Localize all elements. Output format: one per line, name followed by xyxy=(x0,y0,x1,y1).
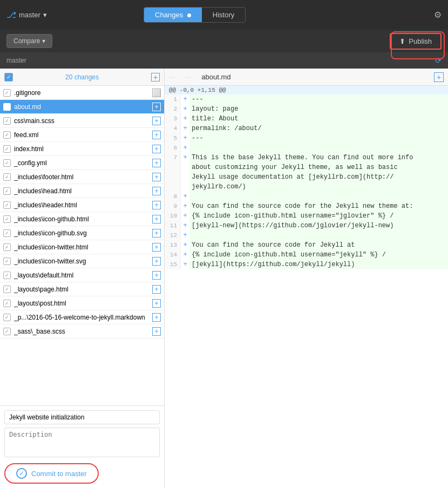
diff-line: 13 + You can find the source code for Je… xyxy=(165,240,448,250)
list-item[interactable]: ✓ _includes\icon-github.svg + xyxy=(0,226,164,240)
file-name: feed.xml xyxy=(14,131,150,139)
file-checkbox[interactable]: ✓ xyxy=(3,229,11,237)
list-item[interactable]: ✓ index.html + xyxy=(0,142,164,156)
file-checkbox[interactable]: ✓ xyxy=(3,145,11,153)
line-content xyxy=(189,192,448,201)
diff-options-btn[interactable]: ··· xyxy=(169,74,175,80)
file-checkbox[interactable]: ✓ xyxy=(3,272,11,279)
file-name: _includes\head.html xyxy=(14,187,150,195)
line-content xyxy=(189,231,448,240)
file-status-badge: + xyxy=(152,103,161,111)
list-item[interactable]: ✓ .gitignore ⬜ xyxy=(0,86,164,100)
line-indicator: + xyxy=(181,250,189,260)
list-item[interactable]: ✓ _includes\header.html + xyxy=(0,198,164,212)
list-item[interactable]: ✓ css\main.scss + xyxy=(0,114,164,128)
line-number: 3 xyxy=(165,114,181,124)
list-item[interactable]: ✓ _includes\icon-github.html + xyxy=(0,212,164,226)
diff-content[interactable]: @@ -0,0 +1,15 @@ 1 + --- 2 + layout: pag… xyxy=(165,86,448,488)
file-checkbox[interactable]: ✓ xyxy=(3,314,11,321)
branch-name: master xyxy=(19,11,40,19)
diff-line: 6 + xyxy=(165,143,448,153)
list-item[interactable]: ✓ _includes\footer.html + xyxy=(0,170,164,184)
list-item[interactable]: ✓ _layouts\default.html + xyxy=(0,268,164,282)
tab-changes[interactable]: Changes xyxy=(144,8,202,22)
line-content: {% include icon-github.html username="je… xyxy=(189,250,448,260)
file-status-badge: + xyxy=(152,215,161,223)
file-checkbox[interactable]: ✓ xyxy=(3,89,11,97)
file-status-badge: + xyxy=(152,271,161,280)
list-item[interactable]: ✓ _p...\2016-05-16-welcome-to-jekyll.mar… xyxy=(0,310,164,324)
publish-button[interactable]: ⬆ Publish xyxy=(390,33,442,50)
diff-line: 7 + This is the base Jekyll theme. You c… xyxy=(165,153,448,192)
line-content: permalink: /about/ xyxy=(189,124,448,133)
line-indicator: + xyxy=(181,211,189,221)
sync-icon[interactable]: ⟳ xyxy=(435,56,442,65)
line-number: 13 xyxy=(165,240,181,250)
gear-button[interactable]: ⚙ xyxy=(434,10,442,20)
file-checkbox[interactable]: ✓ xyxy=(3,257,11,265)
file-checkbox[interactable]: ✓ xyxy=(3,201,11,209)
file-status-badge: + xyxy=(152,187,161,195)
diff-add-button[interactable]: + xyxy=(434,72,444,82)
diff-line: 14 + {% include icon-github.html usernam… xyxy=(165,250,448,260)
file-checkbox[interactable]: ✓ xyxy=(3,117,11,125)
line-indicator: + xyxy=(181,124,189,133)
file-status-badge: + xyxy=(152,313,161,322)
line-indicator: + xyxy=(181,143,189,153)
file-checkbox[interactable]: ✓ xyxy=(3,131,11,139)
select-all-checkbox[interactable]: ✓ xyxy=(4,73,13,82)
file-checkbox[interactable]: ✓ xyxy=(3,243,11,251)
file-checkbox[interactable]: ✓ xyxy=(3,215,11,223)
line-indicator: + xyxy=(181,201,189,211)
list-item[interactable]: ✓ _includes\icon-twitter.html + xyxy=(0,240,164,254)
list-item[interactable]: ✓ _layouts\page.html + xyxy=(0,282,164,296)
file-name: _includes\icon-github.html xyxy=(14,215,150,223)
file-checkbox[interactable]: ✓ xyxy=(3,159,11,167)
commit-button-wrap: ✓ Commit to master xyxy=(4,463,160,484)
file-checkbox[interactable]: ✓ xyxy=(3,300,11,307)
file-checkbox[interactable]: ✓ xyxy=(3,286,11,293)
line-indicator: + xyxy=(181,114,189,124)
diff-filename: about.md xyxy=(201,73,230,81)
add-files-button[interactable]: + xyxy=(151,73,160,82)
diff-line: 11 + [jekyll-new](https://github.com/jgl… xyxy=(165,221,448,231)
list-item[interactable]: ✓ _includes\icon-twitter.svg + xyxy=(0,254,164,268)
line-number: 6 xyxy=(165,143,181,153)
list-item[interactable]: ✓ about.md + xyxy=(0,100,164,114)
commit-description-input[interactable] xyxy=(4,428,160,457)
tab-changes-label: Changes xyxy=(155,11,183,19)
commit-summary-input[interactable] xyxy=(4,410,160,424)
tab-history[interactable]: History xyxy=(202,8,245,22)
list-item[interactable]: ✓ _includes\head.html + xyxy=(0,184,164,198)
line-indicator: + xyxy=(181,133,189,143)
list-item[interactable]: ✓ feed.xml + xyxy=(0,128,164,142)
file-checkbox[interactable]: ✓ xyxy=(3,187,11,195)
file-name: _layouts\default.html xyxy=(14,272,150,279)
list-item[interactable]: ✓ _sass\_base.scss + xyxy=(0,324,164,338)
hunk-info: @@ -0,0 +1,15 @@ xyxy=(169,87,226,93)
file-status-badge: + xyxy=(152,131,161,139)
branch-dropdown-icon: ▾ xyxy=(43,11,47,19)
line-content: [jekyll](https://github.com/jekyll/jekyl… xyxy=(189,260,448,269)
list-item[interactable]: ✓ _layouts\post.html + xyxy=(0,296,164,310)
diff-view-btn[interactable]: ··· xyxy=(185,74,192,80)
line-indicator: + xyxy=(181,260,189,269)
third-bar: master ⟳ xyxy=(0,52,448,69)
file-checkbox[interactable]: ✓ xyxy=(3,173,11,181)
changes-dot xyxy=(187,13,191,17)
commit-to-master-button[interactable]: ✓ Commit to master xyxy=(4,463,99,484)
file-name: _includes\icon-twitter.html xyxy=(14,243,150,251)
line-number: 1 xyxy=(165,94,181,104)
publish-label: Publish xyxy=(409,37,432,45)
changes-count: 20 changes xyxy=(65,73,99,81)
branch-selector[interactable]: ⎇ master ▾ xyxy=(6,10,47,20)
publish-icon: ⬆ xyxy=(399,37,405,45)
file-checkbox[interactable]: ✓ xyxy=(3,328,11,335)
diff-line: 3 + title: About xyxy=(165,114,448,124)
file-checkbox[interactable]: ✓ xyxy=(3,103,11,111)
compare-button[interactable]: Compare ▾ xyxy=(6,34,52,48)
diff-line: 5 + --- xyxy=(165,133,448,143)
file-list: ✓ .gitignore ⬜ ✓ about.md + ✓ css\main.s… xyxy=(0,86,164,405)
list-item[interactable]: ✓ _config.yml + xyxy=(0,156,164,170)
line-number: 5 xyxy=(165,133,181,143)
